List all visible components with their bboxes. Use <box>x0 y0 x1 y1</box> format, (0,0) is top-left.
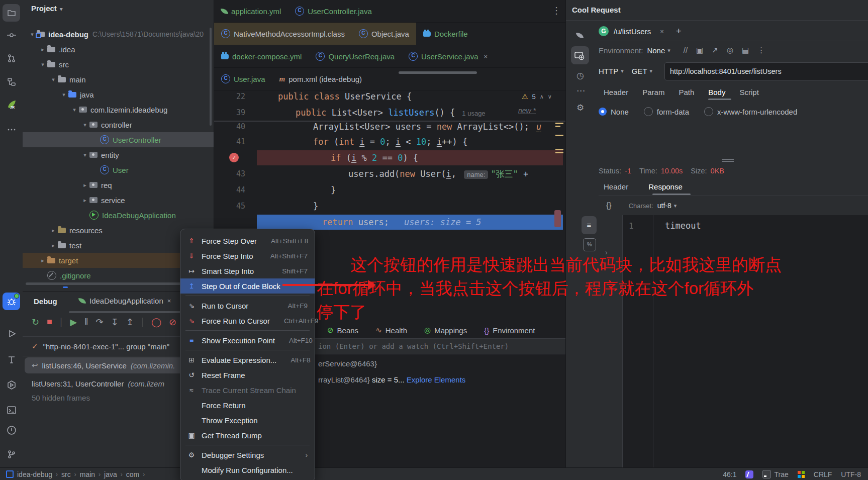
radio-icon[interactable] <box>704 107 713 116</box>
debug-tab-title[interactable]: Debug <box>34 297 57 306</box>
step-out-icon[interactable]: ↥ <box>126 317 134 328</box>
menu-item-force-step-over[interactable]: ⇑Force Step OverAlt+Shift+F8 <box>180 233 315 248</box>
save-icon[interactable]: ▣ <box>696 46 703 55</box>
disable-breakpoints-icon[interactable]: ⊘ <box>169 317 176 328</box>
editor-tab-usercontroller-java[interactable]: CUserController.java <box>288 0 379 22</box>
breadcrumb-src[interactable]: src <box>61 470 71 478</box>
tab-environment[interactable]: {}Environment <box>484 326 535 335</box>
editor-tab-object-java[interactable]: CObject.java <box>352 23 416 45</box>
tree-item-usercontroller[interactable]: CUserController <box>23 132 214 147</box>
pull-request-icon[interactable] <box>3 49 20 67</box>
tab-beans[interactable]: ⊘Beans <box>327 326 358 335</box>
explore-elements-link[interactable]: Explore Elements <box>407 375 466 384</box>
microsoft-logo-icon[interactable] <box>798 471 805 478</box>
response-editor[interactable]: 1 timeout <box>622 215 868 467</box>
editor-tab-nativemethodaccessorimpl-class[interactable]: CNativeMethodAccessorImpl.class <box>214 23 352 45</box>
chevron-icon[interactable]: ▾ <box>70 107 79 113</box>
open-in-browser-icon[interactable]: ↗ <box>712 46 718 55</box>
tree-item-src[interactable]: ▾src <box>23 57 214 72</box>
chevron-icon[interactable]: ▸ <box>80 197 89 204</box>
tree-item-entity[interactable]: ▾entity <box>23 147 214 162</box>
watch-input[interactable]: ion (Enter) or add a watch (Ctrl+Shift+E… <box>314 338 565 354</box>
chevron-icon[interactable]: ▾ <box>38 61 47 68</box>
close-icon[interactable]: × <box>167 297 171 305</box>
method-select[interactable]: GET <box>632 67 647 75</box>
charset-value[interactable]: utf-8 <box>657 202 671 210</box>
body-mode-x-www-form-urlencoded[interactable]: x-www-form-urlencoded <box>704 107 797 116</box>
api-explorer-icon[interactable] <box>574 50 585 63</box>
menu-item-smart-step-into[interactable]: ↦Smart Step IntoShift+F7 <box>180 263 315 278</box>
radio-icon[interactable] <box>644 107 653 116</box>
editor-tab-dockerfile[interactable]: Dockerfile <box>416 23 475 45</box>
json-braces-icon[interactable]: {} <box>606 201 612 210</box>
chevron-icon[interactable]: ▾ <box>80 152 89 158</box>
breadcrumb-main[interactable]: main <box>80 470 95 478</box>
url-input[interactable]: http://localhost:8401/user/listUsers <box>664 62 868 80</box>
more-icon[interactable]: ⋯ <box>576 85 585 96</box>
git-branch-icon[interactable] <box>3 445 20 463</box>
debug-session-tab[interactable]: IdeaDebugApplication × <box>79 297 171 305</box>
collection-icon[interactable]: ▤ <box>742 46 749 55</box>
inspection-widget[interactable]: ⚠ 5 ∧ ∨ <box>522 92 552 101</box>
body-mode-form-data[interactable]: form-data <box>644 107 689 116</box>
chevron-icon[interactable]: ▾ <box>49 76 58 83</box>
breakpoint-icon[interactable]: ✓ <box>229 153 239 162</box>
step-into-icon[interactable]: ↧ <box>111 317 119 328</box>
variable-row[interactable]: erService@6463} <box>318 356 377 371</box>
build-icon[interactable] <box>3 351 20 368</box>
request-tab-body[interactable]: Body <box>708 88 725 97</box>
code-slashes-icon[interactable]: // <box>684 46 688 55</box>
commit-icon[interactable] <box>3 26 20 44</box>
tree-item-com-lizemin-ideadebug[interactable]: ▾com.lizemin.ideadebug <box>23 102 214 117</box>
menu-item-force-return[interactable]: Force Return <box>180 398 315 413</box>
request-tab-header[interactable]: Header <box>604 88 628 97</box>
variable-row[interactable]: rrayList@6464} size = 5... Explore Eleme… <box>318 372 465 388</box>
radio-icon[interactable] <box>599 108 607 116</box>
tree-item-controller[interactable]: ▾controller <box>23 117 214 132</box>
tree-item-main[interactable]: ▾main <box>23 72 214 87</box>
code-line[interactable]: 22public class UserService { <box>214 88 566 105</box>
history-clock-icon[interactable]: ◷ <box>576 70 584 81</box>
menu-item-force-step-into[interactable]: ⇓Force Step IntoAlt+Shift+F7 <box>180 248 315 263</box>
menu-item-step-out-of-code-block[interactable]: ↥Step Out of Code Block <box>180 278 315 294</box>
run-icon[interactable] <box>3 325 20 342</box>
editor-options-kebab-icon[interactable]: ⋮ <box>552 5 561 16</box>
menu-item-throw-exception[interactable]: Throw Exception <box>180 413 315 428</box>
editor-tab-queryuserreq-java[interactable]: CQueryUserReq.java <box>309 45 402 67</box>
editor-scrollbar-thumb[interactable] <box>554 210 561 227</box>
environment-value[interactable]: None <box>647 46 665 55</box>
breadcrumb-java[interactable]: java <box>104 470 117 478</box>
prev-warning-icon[interactable]: ∧ <box>540 93 544 100</box>
tree-item-java[interactable]: ▾java <box>23 87 214 102</box>
more-icon[interactable] <box>3 121 20 138</box>
services-icon[interactable] <box>3 376 20 394</box>
breadcrumb-idea-debug[interactable]: idea-debug <box>17 470 52 478</box>
resume-icon[interactable]: ▶ <box>70 317 77 328</box>
debugger-icon[interactable] <box>3 293 20 310</box>
chevron-icon[interactable]: ▸ <box>38 46 47 53</box>
code-line[interactable]: 41for (int i = 0; i < 10; i++) { <box>214 134 566 150</box>
chevron-icon[interactable]: ▸ <box>80 182 89 188</box>
editor-tab-pom-xml--idea-debug-[interactable]: mpom.xml (idea-debug) <box>272 68 369 90</box>
code-line[interactable]: 44} <box>214 182 566 198</box>
body-mode-none[interactable]: None <box>599 108 629 116</box>
caret-position[interactable]: 46:1 <box>723 470 736 478</box>
tab-scrollbar[interactable] <box>399 71 477 74</box>
code-line[interactable]: 43users.add(new User(i, name:"张三" + <box>214 166 566 182</box>
editor-tab-user-java[interactable]: CUser.java <box>214 68 272 90</box>
project-tool-title[interactable]: Project▾ <box>31 4 63 13</box>
menu-item-reset-frame[interactable]: ↺Reset Frame <box>180 367 315 382</box>
protocol-select[interactable]: HTTP <box>599 67 618 75</box>
wrap-lines-icon[interactable]: ≡ <box>582 216 597 234</box>
terminal-icon[interactable] <box>3 401 20 419</box>
response-tab-header[interactable]: Header <box>604 182 628 191</box>
chevron-icon[interactable]: ▸ <box>49 227 58 234</box>
request-tab-path[interactable]: Path <box>679 88 694 97</box>
chevron-icon[interactable]: ▸ <box>49 242 58 249</box>
menu-item-force-run-to-cursor[interactable]: ⇘Force Run to CursorCtrl+Alt+F9 <box>180 313 315 328</box>
step-over-icon[interactable]: ↷ <box>95 317 103 328</box>
settings-gear-icon[interactable]: ⚙ <box>576 103 584 113</box>
plugin-badge-icon[interactable] <box>745 470 753 478</box>
close-icon[interactable]: × <box>660 28 664 35</box>
scrollbar-horizontal[interactable] <box>26 282 185 285</box>
